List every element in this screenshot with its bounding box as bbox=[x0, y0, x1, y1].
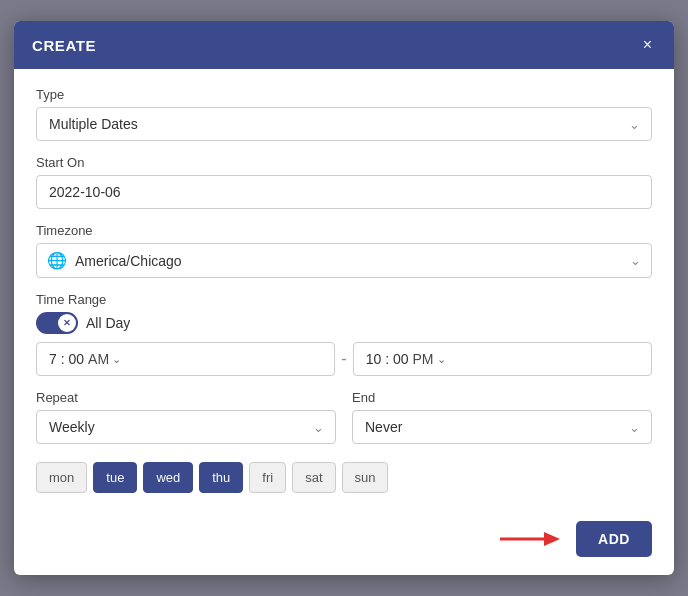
timezone-select-wrapper[interactable]: 🌐 America/Chicago ⌄ bbox=[36, 243, 652, 278]
time-start-input[interactable]: 7 : 00 AM ⌄ bbox=[36, 342, 335, 376]
day-btn-wed[interactable]: wed bbox=[143, 462, 193, 493]
type-select[interactable]: Multiple Dates bbox=[36, 107, 652, 141]
end-select-wrapper[interactable]: Never ⌄ bbox=[352, 410, 652, 444]
time-range-group: Time Range ✕ All Day 7 : 00 AM ⌄ - bbox=[36, 292, 652, 376]
modal-footer: ADD bbox=[14, 507, 674, 575]
timezone-value: America/Chicago bbox=[75, 253, 630, 269]
time-colon-start: : bbox=[57, 351, 69, 367]
repeat-end-row: Repeat Weekly ⌄ End Never ⌄ bbox=[36, 390, 652, 458]
arrow-container bbox=[500, 525, 560, 553]
toggle-x-icon: ✕ bbox=[63, 318, 71, 328]
all-day-toggle-container: ✕ All Day bbox=[36, 312, 652, 334]
repeat-select-wrapper[interactable]: Weekly ⌄ bbox=[36, 410, 336, 444]
type-select-wrapper[interactable]: Multiple Dates ⌄ bbox=[36, 107, 652, 141]
create-modal: CREATE × Type Multiple Dates ⌄ Start On … bbox=[14, 21, 674, 575]
repeat-label: Repeat bbox=[36, 390, 336, 405]
time-colon-end: : bbox=[381, 351, 393, 367]
time-start-hour: 7 bbox=[49, 351, 57, 367]
modal-header: CREATE × bbox=[14, 21, 674, 69]
repeat-select[interactable]: Weekly bbox=[36, 410, 336, 444]
start-on-group: Start On bbox=[36, 155, 652, 209]
end-label: End bbox=[352, 390, 652, 405]
timezone-label: Timezone bbox=[36, 223, 652, 238]
time-dash: - bbox=[341, 350, 346, 368]
start-on-label: Start On bbox=[36, 155, 652, 170]
day-btn-sun[interactable]: sun bbox=[342, 462, 389, 493]
time-end-min: 00 bbox=[393, 351, 409, 367]
repeat-group: Repeat Weekly ⌄ bbox=[36, 390, 336, 444]
day-btn-mon[interactable]: mon bbox=[36, 462, 87, 493]
arrow-icon bbox=[500, 525, 560, 553]
day-btn-tue[interactable]: tue bbox=[93, 462, 137, 493]
time-start-chevron-icon: ⌄ bbox=[112, 353, 121, 366]
days-row: montuewedthufrisatsun bbox=[36, 462, 652, 493]
all-day-label: All Day bbox=[86, 315, 130, 331]
close-button[interactable]: × bbox=[639, 35, 656, 55]
modal-title: CREATE bbox=[32, 37, 96, 54]
time-end-hour: 10 bbox=[366, 351, 382, 367]
day-btn-sat[interactable]: sat bbox=[292, 462, 335, 493]
modal-body: Type Multiple Dates ⌄ Start On Timezone … bbox=[14, 69, 674, 507]
toggle-knob: ✕ bbox=[58, 314, 76, 332]
day-btn-thu[interactable]: thu bbox=[199, 462, 243, 493]
type-label: Type bbox=[36, 87, 652, 102]
day-btn-fri[interactable]: fri bbox=[249, 462, 286, 493]
end-select[interactable]: Never bbox=[352, 410, 652, 444]
time-end-chevron-icon: ⌄ bbox=[437, 353, 446, 366]
time-end-input[interactable]: 10 : 00 PM ⌄ bbox=[353, 342, 652, 376]
time-range-row: 7 : 00 AM ⌄ - 10 : 00 PM ⌄ bbox=[36, 342, 652, 376]
svg-marker-1 bbox=[544, 532, 560, 546]
end-group: End Never ⌄ bbox=[352, 390, 652, 444]
timezone-chevron-icon: ⌄ bbox=[630, 253, 641, 268]
add-button[interactable]: ADD bbox=[576, 521, 652, 557]
all-day-toggle[interactable]: ✕ bbox=[36, 312, 78, 334]
time-start-ampm: AM bbox=[88, 351, 109, 367]
time-start-min: 00 bbox=[68, 351, 84, 367]
start-on-input[interactable] bbox=[36, 175, 652, 209]
time-range-label: Time Range bbox=[36, 292, 652, 307]
globe-icon: 🌐 bbox=[47, 251, 67, 270]
timezone-group: Timezone 🌐 America/Chicago ⌄ bbox=[36, 223, 652, 278]
time-end-ampm: PM bbox=[413, 351, 434, 367]
type-group: Type Multiple Dates ⌄ bbox=[36, 87, 652, 141]
